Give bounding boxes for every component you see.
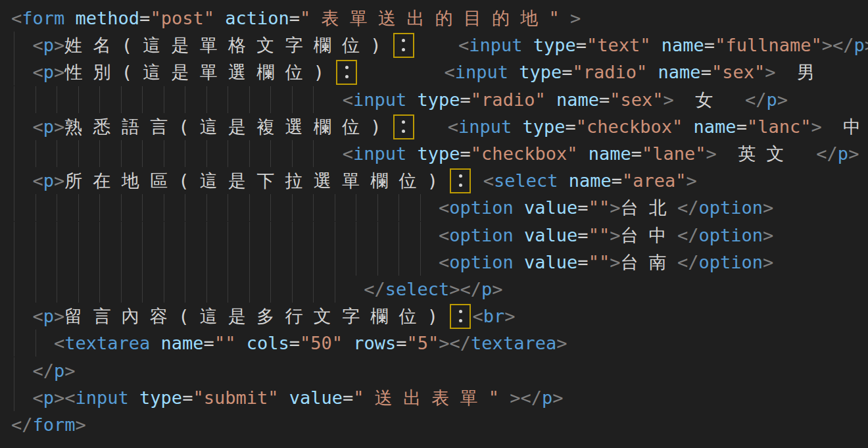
token-whitespace xyxy=(416,35,458,55)
indent-guide xyxy=(164,222,164,249)
code-line[interactable]: <option value="">台北</option> xyxy=(0,194,868,221)
token-equals: = xyxy=(139,8,150,28)
code-line[interactable]: </p> xyxy=(0,357,868,384)
indent-guide xyxy=(398,194,399,221)
indent-guide xyxy=(36,330,36,357)
token-punctuation: > xyxy=(765,62,775,82)
token-whitespace xyxy=(514,225,524,245)
code-text: <p>所在地區(這是下拉選單欄位) <select name="area"> xyxy=(33,167,697,194)
indent-guide xyxy=(249,249,250,276)
token-equals: = xyxy=(599,89,610,110)
token-punctuation: < xyxy=(33,116,43,137)
token-text: 姓名(這是單格文字欄位) xyxy=(64,35,392,55)
indent-guide xyxy=(78,86,79,113)
indent-guide xyxy=(142,249,143,276)
code-line[interactable]: <p>姓名(這是單格文字欄位) <input type="text" name=… xyxy=(0,32,868,59)
indent-guide xyxy=(121,86,122,113)
token-attribute: type xyxy=(522,116,565,137)
code-line[interactable]: <input type="radio" name="sex"> 女 </p> xyxy=(0,86,868,113)
token-punctuation: > xyxy=(763,225,773,245)
indent-guide xyxy=(377,194,378,221)
indent-guide xyxy=(36,249,36,276)
indent-guide xyxy=(99,222,100,249)
token-equals: = xyxy=(460,89,471,110)
token-value: "5" xyxy=(407,333,439,353)
code-line[interactable]: <p>性別(這是單選欄位) <input type="radio" name="… xyxy=(0,59,868,86)
indent-guide xyxy=(206,249,207,276)
code-line[interactable]: <option value="">台中</option> xyxy=(0,222,868,249)
indent-guide xyxy=(142,276,143,303)
indent-guide xyxy=(228,86,228,113)
indent-guide xyxy=(335,276,335,303)
token-tag: select xyxy=(494,170,558,191)
code-line[interactable]: <p><input type="submit" value="送出表單"></p… xyxy=(0,384,868,411)
indent-guide xyxy=(36,140,36,167)
token-punctuation: > xyxy=(64,361,75,381)
code-line[interactable]: <form method="post" action="表單送出的目的地"> xyxy=(0,5,868,32)
token-punctuation: < xyxy=(33,170,43,191)
token-punctuation: < xyxy=(11,8,22,28)
token-punctuation: </ xyxy=(33,361,55,381)
indent-guide xyxy=(185,222,185,249)
token-value: "lanc" xyxy=(747,116,811,137)
code-line[interactable]: <p>所在地區(這是下拉選單欄位) <select name="area"> xyxy=(0,167,868,194)
token-text: 台南 xyxy=(620,252,677,272)
token-punctuation: > xyxy=(610,252,620,272)
token-punctuation: ></ xyxy=(510,387,542,408)
token-equals: = xyxy=(182,387,193,408)
indent-guide xyxy=(99,249,100,276)
code-line[interactable]: <option value="">台南</option> xyxy=(0,249,868,276)
indent-guide xyxy=(270,86,271,113)
token-attribute: value xyxy=(524,197,577,218)
indent-guide xyxy=(185,140,185,167)
token-tag: option xyxy=(698,197,763,218)
token-tag: p xyxy=(838,143,848,164)
token-equals: = xyxy=(577,252,588,272)
indent-guide xyxy=(78,222,79,249)
indent-guide xyxy=(121,249,122,276)
indent-guide xyxy=(270,194,271,221)
token-tag: input xyxy=(455,62,508,82)
token-tag: p xyxy=(43,62,54,82)
indent-guide xyxy=(398,222,399,249)
indent-guide xyxy=(14,194,14,221)
code-line[interactable]: </select></p> xyxy=(0,276,868,303)
code-line[interactable]: <p>熟悉語言(這是複選欄位) <input type="checkbox" n… xyxy=(0,113,868,140)
token-value: "" xyxy=(589,225,610,245)
indent-guide xyxy=(270,222,271,249)
token-whitespace xyxy=(647,62,658,82)
indent-guide xyxy=(292,140,293,167)
token-tag: p xyxy=(43,306,54,326)
token-unicode-highlight-colon xyxy=(450,168,471,193)
indent-guide xyxy=(78,140,79,167)
token-whitespace xyxy=(278,387,289,408)
code-text: <form method="post" action="表單送出的目的地"> xyxy=(11,5,581,32)
indent-guide xyxy=(99,86,100,113)
indent-guide xyxy=(249,222,250,249)
token-value: "checkbox" xyxy=(576,116,683,137)
token-punctuation: < xyxy=(439,197,449,218)
indent-guide xyxy=(121,222,122,249)
token-equals: = xyxy=(566,116,576,137)
token-value: "text" xyxy=(587,35,651,55)
token-text: 男 xyxy=(775,62,825,82)
token-punctuation: > xyxy=(54,62,64,82)
token-tag: p xyxy=(43,35,54,55)
token-tag: input xyxy=(353,89,406,110)
token-punctuation: < xyxy=(33,62,43,82)
token-value: "" xyxy=(214,333,236,353)
token-punctuation: ></ xyxy=(439,333,471,353)
indent-guide xyxy=(57,276,57,303)
code-line[interactable]: <input type="checkbox" name="lane"> 英文 <… xyxy=(0,140,868,167)
token-value: "表單送出的目的地" xyxy=(300,8,570,28)
indent-guide xyxy=(14,113,14,140)
code-line[interactable]: <textarea name="" cols="50" rows="5"></t… xyxy=(0,330,868,357)
indent-guide xyxy=(14,249,14,276)
code-line[interactable]: <p>留言內容(這是多行文字欄位)<br> xyxy=(0,303,868,330)
token-punctuation: > xyxy=(610,197,620,218)
token-equals: = xyxy=(460,143,471,164)
indent-guide xyxy=(36,86,36,113)
indent-guide xyxy=(14,384,14,411)
code-editor[interactable]: <form method="post" action="表單送出的目的地"><p… xyxy=(0,0,868,448)
code-line[interactable]: </form> xyxy=(0,411,868,438)
